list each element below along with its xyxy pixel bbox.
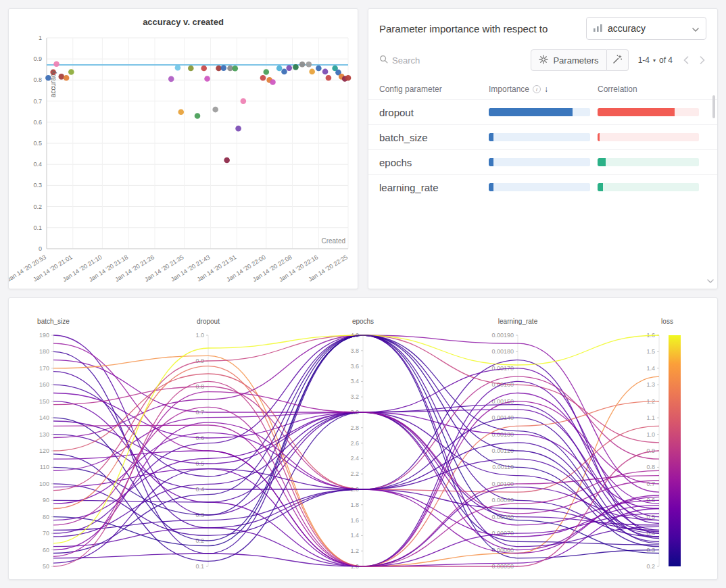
svg-text:1.8: 1.8 (350, 501, 359, 508)
correlation-bar (598, 133, 706, 141)
chevron-right-icon[interactable] (700, 56, 705, 64)
svg-text:1.0: 1.0 (646, 431, 655, 438)
svg-text:0.4: 0.4 (33, 161, 42, 168)
svg-text:0.8: 0.8 (33, 76, 42, 83)
pagination[interactable]: 1-4 ▾ of 4 (638, 55, 673, 65)
param-row[interactable]: dropout (368, 99, 717, 124)
column-importance[interactable]: Importance (489, 84, 529, 94)
svg-text:0.1: 0.1 (195, 563, 204, 570)
svg-text:0.2: 0.2 (33, 203, 42, 210)
svg-text:60: 60 (43, 547, 49, 554)
svg-text:2.4: 2.4 (350, 455, 359, 462)
svg-text:120: 120 (39, 447, 49, 454)
scroll-chevron-down-icon[interactable] (707, 274, 714, 286)
metric-selector-value: accuracy (608, 23, 687, 34)
pagination-caret-icon: ▾ (653, 57, 656, 64)
svg-text:0.00180: 0.00180 (491, 348, 514, 355)
svg-text:0.6: 0.6 (33, 119, 42, 126)
svg-text:1: 1 (39, 34, 42, 41)
scatter-panel: accuracy v. created 00.10.20.30.40.50.60… (8, 8, 358, 289)
gear-icon (539, 55, 548, 66)
svg-text:1.0: 1.0 (195, 332, 204, 339)
pagination-range: 1-4 (638, 55, 650, 65)
correlation-bar (598, 183, 706, 191)
chevron-left-icon[interactable] (683, 56, 689, 64)
metric-selector[interactable]: accuracy (586, 17, 706, 40)
svg-text:90: 90 (43, 497, 49, 504)
svg-text:150: 150 (39, 398, 49, 405)
sweep-wand-button[interactable] (607, 49, 629, 71)
parameters-button[interactable]: Parameters (531, 49, 606, 71)
svg-text:1.5: 1.5 (646, 348, 655, 355)
svg-text:1.4: 1.4 (350, 532, 359, 539)
correlation-bar (598, 158, 706, 166)
svg-text:0.1: 0.1 (33, 224, 42, 231)
svg-text:130: 130 (39, 431, 49, 438)
importance-bar (489, 183, 598, 191)
param-row[interactable]: learning_rate (368, 174, 717, 199)
svg-text:0.9: 0.9 (33, 55, 42, 62)
scrollbar[interactable] (712, 95, 715, 118)
importance-table: Config parameter Importance i ↓ Correlat… (368, 78, 717, 199)
scatter-panel-title: accuracy v. created (9, 9, 358, 27)
importance-table-header: Config parameter Importance i ↓ Correlat… (368, 78, 717, 99)
svg-text:50: 50 (43, 563, 49, 570)
search-input[interactable] (392, 55, 480, 66)
sort-descending-icon[interactable]: ↓ (544, 84, 548, 94)
parallel-coordinates-chart[interactable]: batch_size506070809010011012013014015016… (9, 298, 717, 580)
parallel-coordinates-panel: batch_size506070809010011012013014015016… (8, 297, 718, 580)
dashboard: accuracy v. created 00.10.20.30.40.50.60… (0, 0, 726, 588)
param-name: dropout (379, 107, 489, 118)
importance-rows: dropoutbatch_sizeepochslearning_rate (368, 99, 717, 199)
param-name: batch_size (379, 132, 489, 143)
svg-text:140: 140 (39, 414, 49, 421)
svg-text:learning_rate: learning_rate (498, 318, 538, 325)
svg-text:accuracy: accuracy (49, 70, 57, 97)
svg-text:110: 110 (40, 464, 49, 470)
svg-text:3.6: 3.6 (350, 363, 359, 370)
svg-text:0.00190: 0.00190 (491, 332, 514, 339)
param-name: epochs (379, 157, 489, 168)
param-row[interactable]: epochs (368, 149, 717, 174)
importance-bar (489, 133, 598, 141)
scatter-chart[interactable]: 00.10.20.30.40.50.60.70.80.91Jan 14 '20 … (9, 28, 358, 287)
svg-text:0.8: 0.8 (646, 464, 655, 470)
svg-text:0.2: 0.2 (646, 563, 655, 570)
svg-text:0.5: 0.5 (33, 140, 42, 147)
column-config-parameter[interactable]: Config parameter (379, 84, 489, 94)
svg-text:dropout: dropout (197, 318, 220, 325)
svg-text:1.6: 1.6 (350, 517, 359, 524)
svg-text:1.1: 1.1 (646, 414, 655, 421)
svg-text:2.6: 2.6 (350, 440, 359, 447)
importance-panel-title: Parameter importance with respect to (379, 23, 548, 34)
chevron-down-icon (692, 22, 699, 34)
svg-text:0.00110: 0.00110 (492, 464, 514, 470)
correlation-bar (598, 108, 706, 116)
svg-text:batch_size: batch_size (37, 318, 70, 325)
param-row[interactable]: batch_size (368, 124, 717, 149)
svg-text:70: 70 (43, 530, 49, 537)
column-correlation[interactable]: Correlation (598, 84, 706, 94)
svg-text:170: 170 (39, 365, 49, 372)
svg-text:2.2: 2.2 (350, 470, 359, 477)
svg-text:100: 100 (39, 481, 49, 487)
importance-bar (489, 158, 598, 166)
search-icon (379, 54, 388, 66)
svg-text:1.2: 1.2 (350, 547, 359, 554)
svg-text:0.3: 0.3 (33, 182, 42, 189)
bar-chart-icon (594, 22, 602, 34)
svg-text:loss: loss (661, 318, 673, 325)
svg-text:0: 0 (39, 245, 42, 252)
svg-text:180: 180 (39, 348, 49, 355)
importance-bar (489, 108, 598, 116)
parameters-button-label: Parameters (553, 55, 598, 66)
pagination-total: of 4 (659, 55, 673, 65)
svg-text:80: 80 (43, 514, 49, 520)
info-icon[interactable]: i (533, 85, 541, 93)
svg-text:0.7: 0.7 (33, 98, 42, 105)
svg-text:epochs: epochs (352, 318, 374, 325)
parameter-importance-panel: Parameter importance with respect to acc… (368, 8, 718, 289)
search-box[interactable] (379, 54, 531, 66)
svg-text:3.8: 3.8 (350, 347, 359, 354)
svg-text:3.2: 3.2 (350, 393, 359, 400)
